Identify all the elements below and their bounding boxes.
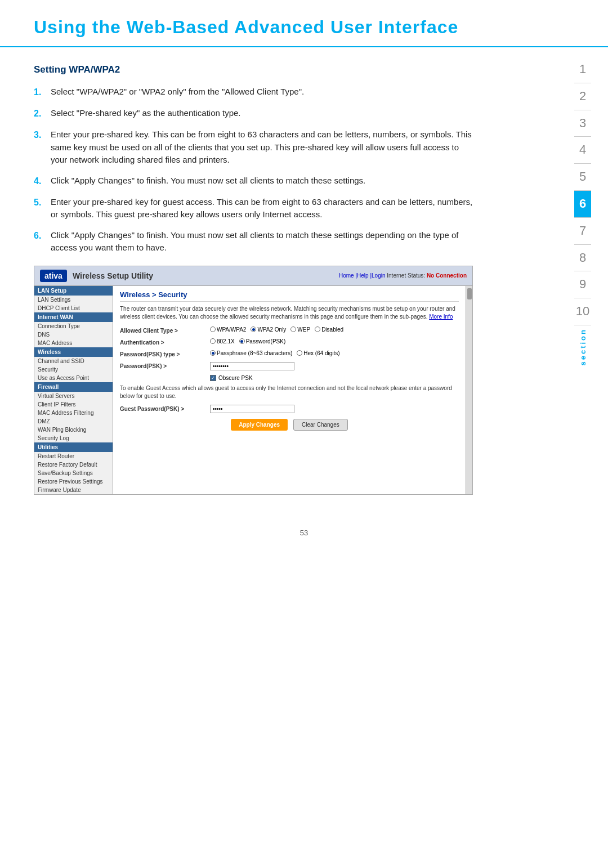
radio-label-passphrase: Passphrase (8~63 characters): [217, 350, 292, 356]
router-app-title: Wireless Setup Utility: [73, 271, 153, 280]
sidebar-item-restore-previous[interactable]: Restore Previous Settings: [34, 477, 113, 486]
page-title: Using the Web-Based Advanced User Interf…: [34, 17, 574, 38]
help-link[interactable]: |Help: [355, 272, 368, 279]
password-psk-label: Password(PSK) >: [120, 362, 210, 369]
section-num-5: 5: [574, 164, 591, 191]
radio-label-wpa2-only: WPA2 Only: [257, 326, 286, 333]
step-5: 5. Enter your pre-shared key for guest a…: [34, 196, 473, 221]
sidebar-item-security[interactable]: Security: [34, 365, 113, 374]
sidebar-item-dhcp-client[interactable]: DHCP Client List: [34, 304, 113, 312]
password-psk-input[interactable]: [210, 362, 294, 370]
section-label: section: [579, 328, 587, 366]
router-header: ativa Wireless Setup Utility Home |Help …: [34, 266, 472, 286]
radio-802-1x[interactable]: 802.1X: [210, 338, 235, 344]
radio-password-psk[interactable]: Password(PSK): [239, 338, 286, 344]
radio-dot-hex: [297, 350, 302, 356]
radio-dot-802-1x: [210, 338, 216, 344]
router-header-left: ativa Wireless Setup Utility: [40, 270, 153, 282]
password-psk-row: Password(PSK) >: [120, 362, 459, 370]
step-3-num: 3.: [34, 128, 51, 167]
router-body: LAN Setup LAN Settings DHCP Client List …: [34, 286, 472, 494]
guest-password-controls: [210, 405, 294, 413]
apply-changes-button[interactable]: Apply Changes: [231, 419, 288, 431]
section-num-7: 7: [574, 218, 591, 245]
internet-status-value: No Connection: [427, 272, 467, 279]
password-type-row: Password(PSK) type > Passphrase (8~63 ch…: [120, 350, 459, 357]
section-num-10: 10: [574, 298, 591, 325]
scrollbar-thumb: [467, 288, 472, 299]
home-link[interactable]: Home: [339, 272, 354, 279]
sidebar-group-wan: Internet WAN: [34, 312, 113, 322]
router-main-panel: Wireless > Security The router can trans…: [113, 286, 466, 494]
step-4: 4. Click "Apply Changes" to finish. You …: [34, 175, 473, 188]
router-description-text: The router can transmit your data secure…: [120, 306, 455, 320]
step-5-num: 5.: [34, 196, 51, 221]
radio-passphrase[interactable]: Passphrase (8~63 characters): [210, 350, 292, 356]
obscure-psk-checkbox[interactable]: [210, 375, 216, 381]
sidebar-item-virtual-servers[interactable]: Virtual Servers: [34, 392, 113, 400]
radio-label-wpa-wpa2: WPA/WPA2: [217, 326, 246, 333]
obscure-psk-label: Obscure PSK: [218, 375, 253, 381]
sidebar-item-connection-type[interactable]: Connection Type: [34, 322, 113, 330]
sidebar-item-channel-ssid[interactable]: Channel and SSID: [34, 357, 113, 365]
radio-label-disabled: Disabled: [321, 326, 343, 333]
sidebar-item-dns[interactable]: DNS: [34, 330, 113, 339]
more-info-link[interactable]: More Info: [429, 314, 453, 320]
main-content: Setting WPA/WPA2 1. Select "WPA/WPA2" or…: [0, 47, 507, 517]
guest-access-note: To enable Guest Access which allows gues…: [120, 384, 459, 400]
sidebar-item-dmz[interactable]: DMZ: [34, 417, 113, 426]
step-4-num: 4.: [34, 175, 51, 188]
scrollbar[interactable]: [466, 286, 472, 494]
guest-password-row: Guest Password(PSK) >: [120, 405, 459, 413]
step-4-text: Click "Apply Changes" to finish. You mus…: [51, 175, 473, 188]
section-num-9: 9: [574, 271, 591, 298]
step-1-num: 1.: [34, 86, 51, 99]
radio-dot-passphrase: [210, 350, 216, 356]
section-num-8: 8: [574, 245, 591, 272]
sidebar-item-firmware-update[interactable]: Firmware Update: [34, 486, 113, 494]
allowed-client-type-label: Allowed Client Type >: [120, 326, 210, 334]
sidebar-item-client-ip-filters[interactable]: Client IP Filters: [34, 400, 113, 409]
router-status-bar: Home |Help |Login Internet Status: No Co…: [339, 272, 467, 279]
radio-label-hex: Hex (64 digits): [303, 350, 339, 356]
step-2-num: 2.: [34, 107, 51, 120]
allowed-client-type-row: Allowed Client Type > WPA/WPA2 WPA2 Only: [120, 326, 459, 334]
radio-disabled[interactable]: Disabled: [315, 326, 343, 333]
internet-status-label: Internet Status:: [387, 272, 425, 279]
radio-hex[interactable]: Hex (64 digits): [297, 350, 339, 356]
clear-changes-button[interactable]: Clear Changes: [293, 419, 348, 431]
obscure-psk-row: Obscure PSK: [210, 375, 459, 381]
login-link[interactable]: |Login: [370, 272, 385, 279]
sidebar-group-lan: LAN Setup: [34, 286, 113, 296]
radio-label-802-1x: 802.1X: [217, 338, 235, 344]
section-num-4: 4: [574, 137, 591, 164]
sidebar-item-security-log[interactable]: Security Log: [34, 434, 113, 442]
section-heading: Setting WPA/WPA2: [34, 64, 473, 75]
section-numbers: 1 2 3 4 5 6 7 8 9 10 section: [574, 56, 591, 365]
sidebar-item-restore-factory[interactable]: Restore Factory Default: [34, 460, 113, 469]
guest-password-label: Guest Password(PSK) >: [120, 405, 210, 412]
step-2-text: Select "Pre-shared key" as the authentic…: [51, 107, 473, 120]
section-num-3: 3: [574, 110, 591, 137]
sidebar-item-mac-address[interactable]: MAC Address: [34, 339, 113, 347]
guest-password-input[interactable]: [210, 405, 294, 413]
step-6-num: 6.: [34, 229, 51, 254]
radio-dot-disabled: [315, 326, 320, 332]
sidebar-item-lan-settings[interactable]: LAN Settings: [34, 296, 113, 304]
radio-wpa-wpa2[interactable]: WPA/WPA2: [210, 326, 246, 333]
router-page-title: Wireless > Security: [120, 290, 459, 302]
radio-label-wep: WEP: [297, 326, 310, 333]
step-3-text: Enter your pre-shared key. This can be f…: [51, 128, 473, 167]
radio-wpa2-only[interactable]: WPA2 Only: [251, 326, 286, 333]
sidebar-group-utilities: Utilities: [34, 442, 113, 452]
router-description: The router can transmit your data secure…: [120, 305, 459, 321]
sidebar-item-save-backup[interactable]: Save/Backup Settings: [34, 469, 113, 477]
radio-wep[interactable]: WEP: [290, 326, 310, 333]
sidebar-item-mac-filtering[interactable]: MAC Address Filtering: [34, 409, 113, 417]
sidebar-item-access-point[interactable]: Use as Access Point: [34, 374, 113, 382]
section-num-2: 2: [574, 83, 591, 110]
section-num-1: 1: [574, 56, 591, 83]
authentication-controls: 802.1X Password(PSK): [210, 338, 285, 344]
sidebar-item-restart-router[interactable]: Restart Router: [34, 452, 113, 460]
sidebar-item-wan-ping[interactable]: WAN Ping Blocking: [34, 426, 113, 434]
